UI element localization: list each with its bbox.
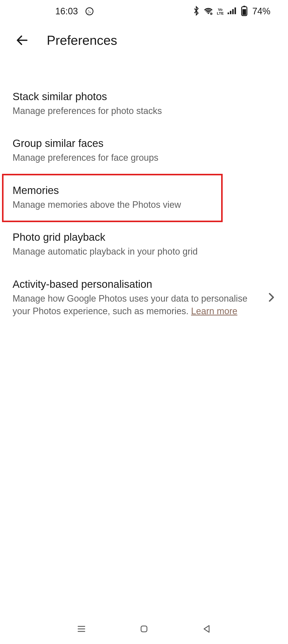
bluetooth-icon xyxy=(193,6,200,17)
setting-title: Stack similar photos xyxy=(13,91,275,103)
volte-indicator: Vo LTE xyxy=(217,8,224,15)
system-nav-bar xyxy=(0,623,288,635)
svg-rect-2 xyxy=(228,13,229,14)
setting-memories[interactable]: Memories Manage memories above the Photo… xyxy=(0,174,288,221)
status-bar-left: 16:03 xyxy=(55,6,94,17)
svg-rect-12 xyxy=(141,626,147,632)
svg-rect-8 xyxy=(243,9,246,15)
setting-grid-playback[interactable]: Photo grid playback Manage automatic pla… xyxy=(0,221,288,268)
svg-rect-5 xyxy=(234,8,236,14)
setting-subtitle: Manage memories above the Photos view xyxy=(13,198,275,211)
home-button[interactable] xyxy=(138,623,150,635)
svg-point-0 xyxy=(86,8,93,15)
recent-apps-button[interactable] xyxy=(75,623,87,635)
status-bar: 16:03 Vo LTE xyxy=(0,0,288,23)
setting-title: Activity-based personalisation xyxy=(13,278,260,290)
chevron-right-icon xyxy=(267,292,275,304)
signal-icon xyxy=(227,6,237,16)
setting-subtitle: Manage automatic playback in your photo … xyxy=(13,245,275,258)
setting-subtitle: Manage how Google Photos uses your data … xyxy=(13,292,260,318)
setting-stack-photos[interactable]: Stack similar photos Manage preferences … xyxy=(0,80,288,127)
settings-list: Stack similar photos Manage preferences … xyxy=(0,63,288,328)
battery-percent: 74% xyxy=(252,6,270,17)
time-display: 16:03 xyxy=(55,6,78,17)
svg-rect-7 xyxy=(243,6,245,7)
wifi-icon xyxy=(203,6,213,16)
setting-title: Photo grid playback xyxy=(13,231,275,243)
setting-subtitle: Manage preferences for photo stacks xyxy=(13,105,275,117)
app-header: Preferences xyxy=(0,23,288,63)
battery-icon xyxy=(241,6,248,17)
page-title: Preferences xyxy=(47,33,117,48)
svg-rect-3 xyxy=(230,11,231,14)
setting-group-faces[interactable]: Group similar faces Manage preferences f… xyxy=(0,127,288,174)
setting-subtitle: Manage preferences for face groups xyxy=(13,151,275,164)
setting-title: Group similar faces xyxy=(13,137,275,149)
svg-rect-4 xyxy=(232,9,234,14)
setting-activity-personalisation[interactable]: Activity-based personalisation Manage ho… xyxy=(0,268,288,328)
status-bar-right: Vo LTE 74% xyxy=(193,6,270,17)
back-nav-button[interactable] xyxy=(201,623,213,635)
whatsapp-icon xyxy=(85,7,94,16)
back-button[interactable] xyxy=(15,33,29,47)
learn-more-link[interactable]: Learn more xyxy=(191,306,237,316)
setting-title: Memories xyxy=(13,184,275,196)
